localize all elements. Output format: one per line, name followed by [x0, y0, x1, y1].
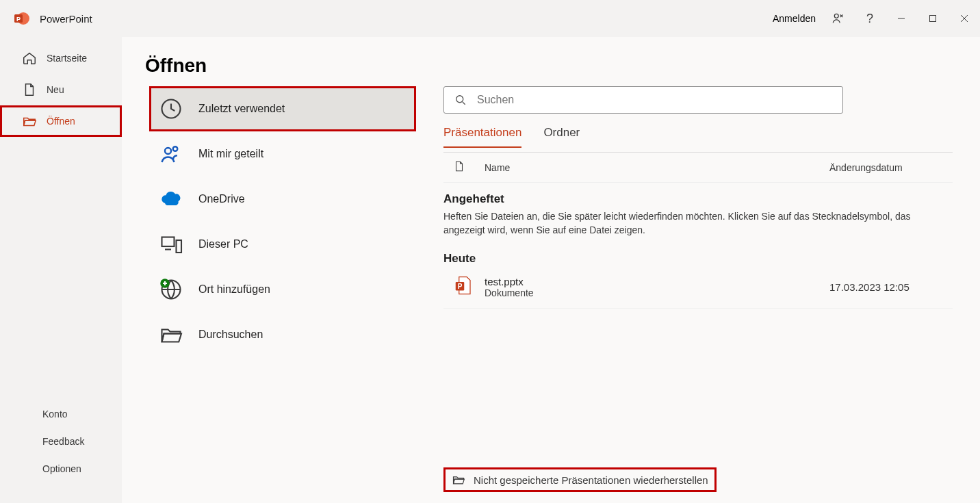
nav-new[interactable]: Neu [0, 74, 122, 105]
search-box[interactable] [443, 86, 843, 114]
col-date[interactable]: Änderungsdatum [829, 162, 953, 173]
file-tabs: Präsentationen Ordner [443, 126, 953, 148]
search-input[interactable] [477, 94, 833, 106]
titlebar: P PowerPoint Anmelden ? [0, 0, 980, 37]
loc-recent[interactable]: Zuletzt verwendet [149, 86, 416, 131]
nav-home[interactable]: Startseite [0, 42, 122, 74]
home-icon [22, 51, 37, 66]
signin-button[interactable]: Anmelden [766, 5, 823, 32]
svg-line-16 [463, 102, 465, 105]
folder-open-icon [22, 114, 37, 129]
loc-browse[interactable]: Durchsuchen [149, 312, 416, 357]
loc-shared-label: Mit mir geteilt [198, 148, 263, 160]
file-row[interactable]: P test.pptx Dokumente 17.03.2023 12:05 [443, 266, 953, 309]
svg-point-10 [173, 146, 178, 151]
svg-point-3 [834, 14, 838, 18]
powerpoint-logo-icon: P [14, 10, 30, 27]
file-path: Dokumente [485, 287, 829, 298]
pc-icon [159, 232, 183, 257]
nav-options[interactable]: Optionen [0, 455, 122, 482]
svg-text:P: P [16, 16, 21, 23]
search-icon [454, 93, 467, 107]
section-pinned-sub: Heften Sie Dateien an, die Sie später le… [443, 210, 923, 237]
locations-panel: Zuletzt verwendet Mit mir geteilt OneDri… [149, 86, 416, 496]
doc-header-icon [453, 159, 485, 175]
section-today-title: Heute [443, 252, 953, 266]
document-icon [22, 82, 37, 97]
col-name[interactable]: Name [485, 162, 829, 173]
main-content: Öffnen Zuletzt verwendet Mit mir geteilt… [122, 37, 980, 503]
minimize-button[interactable] [886, 3, 917, 34]
folder-open-icon [452, 473, 465, 487]
loc-recent-label: Zuletzt verwendet [198, 103, 285, 115]
file-name: test.pptx [485, 276, 829, 287]
add-place-icon [159, 277, 183, 302]
close-button[interactable] [949, 3, 980, 34]
app-title: PowerPoint [40, 13, 92, 25]
nav-account[interactable]: Konto [0, 400, 122, 428]
loc-onedrive[interactable]: OneDrive [149, 177, 416, 222]
file-date: 17.03.2023 12:05 [829, 281, 953, 293]
tab-presentations[interactable]: Präsentationen [443, 126, 521, 148]
clock-icon [159, 96, 183, 121]
list-header[interactable]: Name Änderungsdatum [443, 153, 953, 183]
nav-open[interactable]: Öffnen [0, 105, 122, 137]
loc-thispc-label: Dieser PC [198, 238, 248, 250]
recover-label: Nicht gespeicherte Präsentationen wieder… [474, 474, 708, 486]
loc-shared[interactable]: Mit mir geteilt [149, 131, 416, 177]
sidebar: Startseite Neu Öffnen Konto Feedback Opt… [0, 37, 122, 503]
loc-thispc[interactable]: Dieser PC [149, 222, 416, 267]
svg-rect-5 [930, 16, 936, 22]
loc-onedrive-label: OneDrive [198, 193, 245, 205]
svg-rect-11 [162, 237, 175, 247]
nav-open-label: Öffnen [47, 116, 75, 127]
help-button[interactable]: ? [854, 3, 886, 34]
nav-new-label: Neu [47, 84, 64, 95]
maximize-button[interactable] [917, 3, 949, 34]
section-pinned-title: Angeheftet [443, 192, 953, 206]
loc-addplace-label: Ort hinzufügen [198, 283, 270, 296]
nav-home-label: Startseite [47, 53, 87, 64]
nav-feedback[interactable]: Feedback [0, 428, 122, 455]
onedrive-icon [159, 187, 183, 211]
svg-text:P: P [458, 283, 463, 290]
loc-browse-label: Durchsuchen [198, 328, 263, 341]
pptx-file-icon: P [453, 275, 485, 298]
recover-unsaved-button[interactable]: Nicht gespeicherte Präsentationen wieder… [443, 467, 717, 492]
loc-addplace[interactable]: Ort hinzufügen [149, 267, 416, 312]
file-list: Name Änderungsdatum Angeheftet Heften Si… [443, 152, 953, 309]
page-title: Öffnen [145, 55, 953, 77]
account-manager-icon[interactable] [823, 3, 854, 34]
svg-point-15 [456, 96, 463, 103]
folder-icon [159, 322, 183, 347]
people-icon [159, 142, 183, 166]
tab-folders[interactable]: Ordner [543, 126, 580, 148]
svg-rect-12 [177, 240, 182, 253]
svg-point-9 [165, 148, 171, 154]
files-panel: Präsentationen Ordner Name Änderungsdatu… [443, 86, 953, 496]
